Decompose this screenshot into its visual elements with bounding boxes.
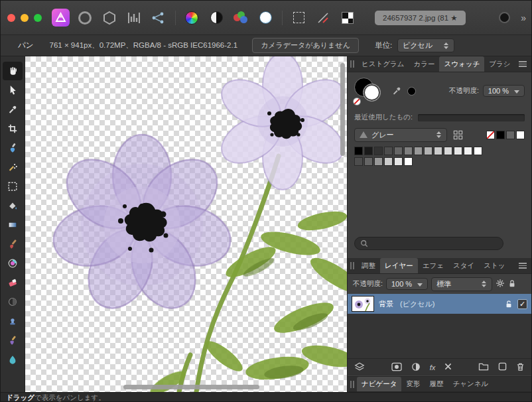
- zoom-window-button[interactable]: [34, 14, 42, 22]
- color-swatch[interactable]: [354, 157, 363, 166]
- selection-brush-tool[interactable]: [3, 139, 23, 157]
- remove-x-button[interactable]: [444, 363, 452, 371]
- color-swatch[interactable]: [394, 157, 403, 166]
- tab-history[interactable]: 履歴: [425, 377, 448, 391]
- recent-swatches-strip[interactable]: [418, 114, 525, 121]
- layer-row-background[interactable]: 背景 (ピクセル) ✓: [348, 294, 531, 314]
- unlock-icon[interactable]: [505, 300, 513, 308]
- vertical-scrollbar-thumb[interactable]: [340, 63, 345, 156]
- add-mask-button[interactable]: [391, 362, 402, 373]
- tab-brushes[interactable]: ブラシ: [484, 56, 515, 72]
- toolbar-overflow-icon[interactable]: »: [521, 13, 525, 23]
- color-swatch[interactable]: [394, 147, 403, 155]
- tab-transform[interactable]: 変形: [401, 377, 425, 391]
- no-color-swatch[interactable]: [486, 131, 495, 139]
- color-picker-icon[interactable]: [391, 86, 402, 96]
- document-title[interactable]: 24657937 2.jpg (81 ★: [375, 11, 466, 25]
- canvas[interactable]: [25, 56, 347, 392]
- view-hand-tool[interactable]: [3, 62, 23, 80]
- develop-persona-button[interactable]: [100, 9, 119, 27]
- layer-opacity-dropdown[interactable]: 100 %: [386, 278, 428, 290]
- blend-mode-dropdown[interactable]: 標準: [431, 277, 492, 291]
- auto-colors-button[interactable]: [232, 9, 250, 27]
- color-swatch[interactable]: [496, 131, 505, 139]
- panel-grip-icon[interactable]: [348, 258, 357, 273]
- liquify-persona-button[interactable]: [76, 9, 94, 27]
- quick-mask-icon[interactable]: [499, 12, 510, 23]
- panel-menu-button[interactable]: [519, 258, 531, 273]
- no-color-well[interactable]: [353, 98, 361, 105]
- flood-select-tool[interactable]: [3, 158, 23, 176]
- color-swatch[interactable]: [424, 147, 432, 155]
- units-dropdown[interactable]: ピクセル: [397, 38, 454, 52]
- color-swatch[interactable]: [404, 147, 413, 155]
- layer-lock-button[interactable]: [508, 279, 516, 289]
- color-swatch[interactable]: [374, 157, 383, 166]
- rectangular-marquee-tool[interactable]: [3, 177, 23, 196]
- color-swatch[interactable]: [374, 147, 383, 155]
- erase-brush-tool[interactable]: [3, 273, 23, 292]
- new-group-button[interactable]: [478, 362, 489, 372]
- panel-menu-button[interactable]: [519, 56, 531, 72]
- fill-stroke-selector[interactable]: [354, 76, 391, 105]
- close-window-button[interactable]: [7, 14, 15, 22]
- healing-brush-tool[interactable]: [3, 331, 23, 350]
- color-swatch[interactable]: [384, 147, 393, 155]
- minimize-window-button[interactable]: [21, 14, 29, 22]
- tab-styles[interactable]: スタイ: [448, 258, 479, 273]
- swatch-grid-view-button[interactable]: [451, 129, 464, 141]
- tab-adjustments[interactable]: 調整: [357, 258, 380, 273]
- swatch-opacity-dropdown[interactable]: 100 %: [483, 85, 525, 97]
- paint-brush-tool[interactable]: [3, 235, 23, 253]
- move-tool[interactable]: [3, 81, 23, 100]
- color-swatch[interactable]: [384, 157, 393, 166]
- color-swatch[interactable]: [414, 147, 423, 155]
- tab-layers[interactable]: レイヤー: [380, 258, 418, 273]
- flood-fill-tool[interactable]: [3, 196, 23, 215]
- auto-contrast-button[interactable]: [207, 9, 226, 27]
- color-swatch[interactable]: [354, 147, 363, 155]
- new-layer-button[interactable]: [498, 362, 507, 372]
- live-filter-fx-button[interactable]: fx: [430, 364, 436, 371]
- tone-mapping-persona-button[interactable]: [125, 9, 143, 27]
- clone-brush-tool[interactable]: [3, 312, 23, 330]
- color-swatch[interactable]: [474, 147, 482, 155]
- add-adjustment-button[interactable]: [411, 362, 421, 373]
- color-swatch[interactable]: [434, 147, 442, 155]
- snapping-button[interactable]: [314, 9, 332, 27]
- tab-histogram[interactable]: ヒストグラム: [357, 56, 409, 72]
- pixel-tool[interactable]: [3, 254, 23, 273]
- tab-effects[interactable]: エフェ: [418, 258, 448, 273]
- crop-tool[interactable]: [3, 119, 23, 138]
- dodge-burn-tool[interactable]: [3, 293, 23, 311]
- stroke-color-well[interactable]: [363, 84, 381, 101]
- export-persona-button[interactable]: [149, 9, 168, 27]
- color-picker-tool[interactable]: [3, 100, 23, 119]
- camera-data-button[interactable]: カメラデータがありません: [252, 38, 359, 53]
- color-swatch[interactable]: [364, 147, 373, 155]
- swatch-category-dropdown[interactable]: グレー: [354, 128, 447, 142]
- tab-stock[interactable]: ストッ: [479, 258, 509, 273]
- auto-white-balance-button[interactable]: [256, 9, 275, 27]
- color-swatch[interactable]: [404, 157, 413, 166]
- blend-ranges-button[interactable]: [354, 362, 365, 372]
- layer-thumbnail[interactable]: [352, 296, 374, 312]
- tab-channels[interactable]: チャンネル: [448, 377, 493, 391]
- picked-color-dot[interactable]: [407, 87, 416, 96]
- tab-navigator[interactable]: ナビゲータ: [357, 377, 401, 391]
- horizontal-scrollbar-thumb[interactable]: [123, 385, 259, 389]
- swatch-search-input[interactable]: [354, 237, 503, 250]
- tab-color[interactable]: カラー: [409, 56, 439, 72]
- color-swatch[interactable]: [464, 147, 472, 155]
- photo-persona-button[interactable]: [51, 9, 70, 27]
- tab-swatches[interactable]: スウォッチ: [439, 56, 484, 72]
- auto-levels-button[interactable]: [182, 9, 201, 27]
- color-swatch[interactable]: [454, 147, 462, 155]
- transparent-background-button[interactable]: [338, 9, 357, 27]
- blur-tool[interactable]: [3, 350, 23, 369]
- color-swatch[interactable]: [506, 131, 515, 139]
- delete-layer-button[interactable]: [516, 362, 525, 373]
- layer-visibility-checkbox[interactable]: ✓: [517, 299, 527, 309]
- panel-grip-icon[interactable]: [348, 377, 357, 391]
- color-swatch[interactable]: [364, 157, 373, 166]
